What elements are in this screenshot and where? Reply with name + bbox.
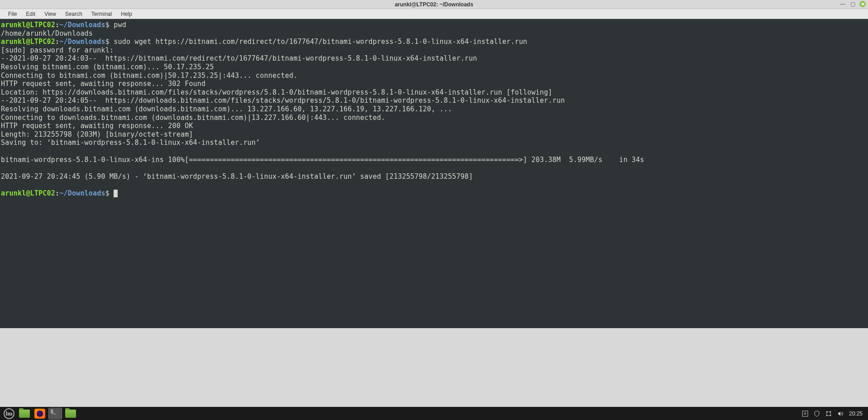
file-manager-launcher[interactable] bbox=[18, 408, 31, 419]
menu-help[interactable]: Help bbox=[116, 10, 137, 18]
window-controls: — ▢ ✕ bbox=[839, 1, 866, 7]
window-title: arunkl@LTPC02: ~/Downloads bbox=[395, 1, 473, 8]
menu-file[interactable]: File bbox=[4, 10, 21, 18]
network-icon[interactable] bbox=[825, 410, 832, 417]
mint-logo-label: lm bbox=[6, 410, 12, 417]
updates-icon[interactable] bbox=[802, 410, 808, 417]
menu-terminal[interactable]: Terminal bbox=[87, 10, 116, 18]
security-icon[interactable] bbox=[814, 410, 820, 417]
taskbar: lm $_ 20:25 bbox=[0, 407, 868, 420]
terminal-output[interactable]: arunkl@LTPC02:~/Downloads$ pwd /home/aru… bbox=[0, 19, 868, 328]
menubar: File Edit View Search Terminal Help bbox=[0, 9, 868, 19]
menu-search[interactable]: Search bbox=[61, 10, 87, 18]
open-folder-task[interactable] bbox=[64, 408, 77, 419]
terminal-icon: $_ bbox=[49, 408, 62, 420]
desktop-area bbox=[0, 328, 868, 411]
taskbar-left: lm $_ bbox=[3, 408, 77, 419]
mint-logo-icon: lm bbox=[4, 408, 14, 419]
firefox-icon bbox=[34, 409, 45, 419]
titlebar: arunkl@LTPC02: ~/Downloads — ▢ ✕ bbox=[0, 0, 868, 9]
maximize-button[interactable]: ▢ bbox=[849, 1, 856, 7]
menu-edit[interactable]: Edit bbox=[21, 10, 40, 18]
folder-icon bbox=[19, 410, 30, 418]
taskbar-clock[interactable]: 20:25 bbox=[849, 410, 865, 417]
close-button[interactable]: ✕ bbox=[859, 1, 866, 7]
terminal-launcher[interactable]: $_ bbox=[49, 408, 62, 419]
menu-view[interactable]: View bbox=[40, 10, 61, 18]
start-menu-button[interactable]: lm bbox=[3, 408, 15, 419]
volume-icon[interactable] bbox=[837, 410, 844, 417]
firefox-launcher[interactable] bbox=[33, 408, 46, 419]
folder-icon bbox=[65, 410, 76, 418]
system-tray: 20:25 bbox=[802, 410, 865, 417]
minimize-button[interactable]: — bbox=[839, 1, 846, 7]
